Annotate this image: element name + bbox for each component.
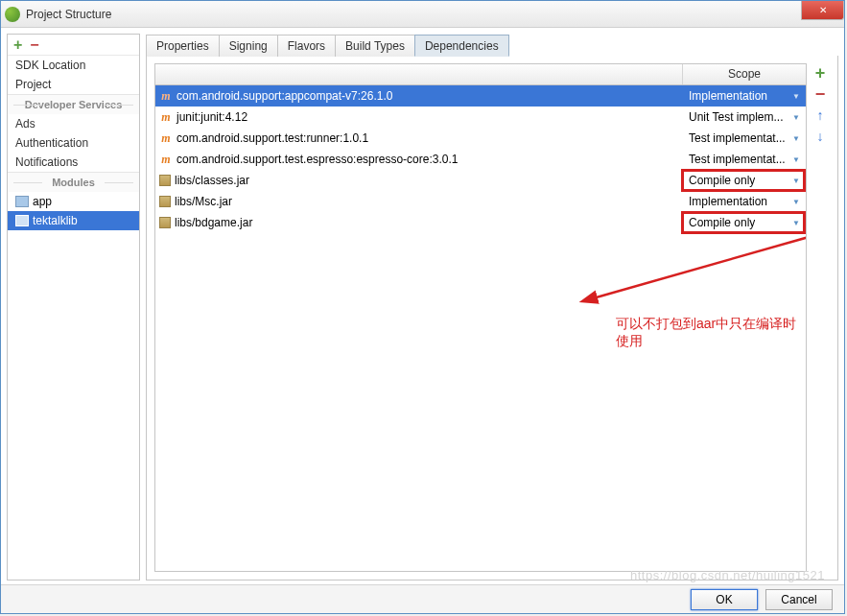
scope-dropdown[interactable]: Compile only▼: [683, 216, 806, 229]
jar-icon: [159, 175, 171, 186]
dialog-body: + − SDK Location Project Developer Servi…: [1, 28, 844, 586]
chevron-down-icon: ▼: [792, 113, 800, 122]
table-row[interactable]: mjunit:junit:4.12Unit Test implem...▼: [155, 107, 806, 128]
main-panel: Properties Signing Flavors Build Types D…: [146, 34, 838, 580]
sidebar-item-notifications[interactable]: Notifications: [8, 153, 139, 172]
maven-icon: m: [159, 110, 173, 125]
chevron-down-icon: ▼: [792, 177, 800, 185]
dependency-name-cell: libs/bdgame.jar: [155, 216, 683, 229]
watermark: https://blog.csdn.net/huiling1521: [630, 568, 825, 582]
module-label: tektalklib: [33, 214, 78, 227]
sidebar-item-auth[interactable]: Authentication: [8, 133, 139, 153]
table-header: Scope: [155, 64, 806, 85]
module-item-tektalklib[interactable]: tektalklib: [8, 211, 139, 230]
scope-value: Unit Test implem...: [689, 110, 783, 124]
chevron-down-icon: ▼: [792, 198, 800, 206]
right-toolbar: + − ↑ ↓: [811, 63, 830, 572]
scope-value: Test implementat...: [689, 131, 786, 145]
dialog-window: Project Structure ✕ + − SDK Location Pro…: [0, 0, 845, 614]
scope-value: Test implementat...: [689, 153, 786, 166]
app-icon: [5, 7, 20, 22]
close-button[interactable]: ✕: [801, 1, 844, 20]
sidebar: + − SDK Location Project Developer Servi…: [7, 34, 140, 580]
dependency-name: libs/Msc.jar: [175, 195, 232, 208]
modules-header: Modules: [8, 172, 139, 192]
dependency-name: junit:junit:4.12: [176, 110, 247, 124]
column-name-header[interactable]: [155, 64, 683, 84]
module-icon: [15, 196, 29, 207]
window-title: Project Structure: [26, 8, 111, 21]
scope-dropdown[interactable]: Unit Test implem...▼: [683, 110, 806, 124]
scope-dropdown[interactable]: Implementation▼: [683, 195, 806, 208]
scope-dropdown[interactable]: Test implementat...▼: [683, 131, 806, 145]
dependency-name: libs/classes.jar: [175, 174, 249, 187]
sidebar-item-sdk[interactable]: SDK Location: [8, 56, 139, 75]
scope-value: Implementation: [689, 195, 767, 208]
dependency-name: com.android.support.test:runner:1.0.1: [176, 131, 368, 145]
table-row[interactable]: libs/classes.jarCompile only▼: [155, 170, 806, 191]
table-row[interactable]: mcom.android.support:appcompat-v7:26.1.0…: [155, 85, 806, 107]
cancel-button[interactable]: Cancel: [765, 589, 833, 610]
chevron-down-icon: ▼: [792, 92, 800, 101]
dependency-name-cell: mcom.android.support.test:runner:1.0.1: [155, 131, 683, 146]
titlebar: Project Structure ✕: [1, 1, 844, 28]
tab-signing[interactable]: Signing: [219, 35, 278, 57]
dependency-name-cell: libs/Msc.jar: [155, 195, 683, 208]
tab-bar: Properties Signing Flavors Build Types D…: [146, 34, 838, 57]
ok-button[interactable]: OK: [691, 589, 758, 610]
add-icon[interactable]: +: [13, 36, 22, 54]
column-scope-header[interactable]: Scope: [683, 64, 806, 84]
move-up-icon[interactable]: ↑: [812, 107, 828, 123]
remove-icon[interactable]: −: [30, 36, 38, 54]
remove-dependency-icon[interactable]: −: [812, 86, 828, 102]
table-row[interactable]: mcom.android.support.test:runner:1.0.1Te…: [155, 128, 806, 149]
jar-icon: [159, 196, 171, 207]
add-dependency-icon[interactable]: +: [812, 65, 828, 81]
maven-icon: m: [159, 153, 173, 167]
move-down-icon[interactable]: ↓: [812, 129, 828, 144]
table-row[interactable]: libs/Msc.jarImplementation▼: [155, 191, 806, 212]
sidebar-item-ads[interactable]: Ads: [8, 114, 139, 133]
scope-dropdown[interactable]: Compile only▼: [683, 174, 806, 187]
tab-dependencies[interactable]: Dependencies: [414, 35, 509, 57]
table-row[interactable]: libs/bdgame.jarCompile only▼: [155, 212, 806, 233]
module-item-app[interactable]: app: [8, 192, 139, 211]
dependency-name: libs/bdgame.jar: [175, 216, 252, 229]
dependency-name: com.android.support:appcompat-v7:26.1.0: [176, 89, 392, 103]
window-controls: ✕: [801, 1, 844, 20]
chevron-down-icon: ▼: [792, 219, 800, 227]
scope-value: Compile only: [689, 216, 755, 229]
table-row[interactable]: mcom.android.support.test.espresso:espre…: [155, 149, 806, 170]
module-label: app: [33, 195, 52, 208]
svg-line-0: [593, 235, 806, 298]
sidebar-toolbar: + −: [8, 35, 139, 56]
developer-services-header: Developer Services: [8, 94, 139, 114]
jar-icon: [159, 217, 171, 228]
content-area: Scope mcom.android.support:appcompat-v7:…: [146, 56, 838, 580]
sidebar-item-project[interactable]: Project: [8, 75, 139, 94]
table-body: mcom.android.support:appcompat-v7:26.1.0…: [155, 85, 806, 571]
scope-dropdown[interactable]: Implementation▼: [683, 89, 806, 103]
module-icon: [15, 215, 29, 226]
dependency-name-cell: mjunit:junit:4.12: [155, 110, 683, 125]
tab-build-types[interactable]: Build Types: [335, 35, 415, 57]
tab-flavors[interactable]: Flavors: [277, 35, 336, 57]
annotation-arrow: [576, 231, 806, 318]
chevron-down-icon: ▼: [792, 134, 800, 143]
maven-icon: m: [159, 89, 173, 104]
scope-dropdown[interactable]: Test implementat...▼: [683, 153, 806, 166]
scope-value: Compile only: [689, 174, 755, 187]
tab-properties[interactable]: Properties: [146, 35, 220, 57]
dependency-name-cell: mcom.android.support:appcompat-v7:26.1.0: [155, 89, 683, 104]
maven-icon: m: [159, 131, 173, 146]
dependencies-table: Scope mcom.android.support:appcompat-v7:…: [154, 63, 807, 572]
dependency-name-cell: libs/classes.jar: [155, 174, 683, 187]
dependency-name-cell: mcom.android.support.test.espresso:espre…: [155, 153, 683, 167]
scope-value: Implementation: [689, 89, 767, 103]
footer: OK Cancel: [1, 584, 844, 613]
dependency-name: com.android.support.test.espresso:espres…: [176, 153, 458, 166]
chevron-down-icon: ▼: [792, 155, 800, 164]
annotation-text: 可以不打包到aar中只在编译时使用: [616, 316, 806, 350]
